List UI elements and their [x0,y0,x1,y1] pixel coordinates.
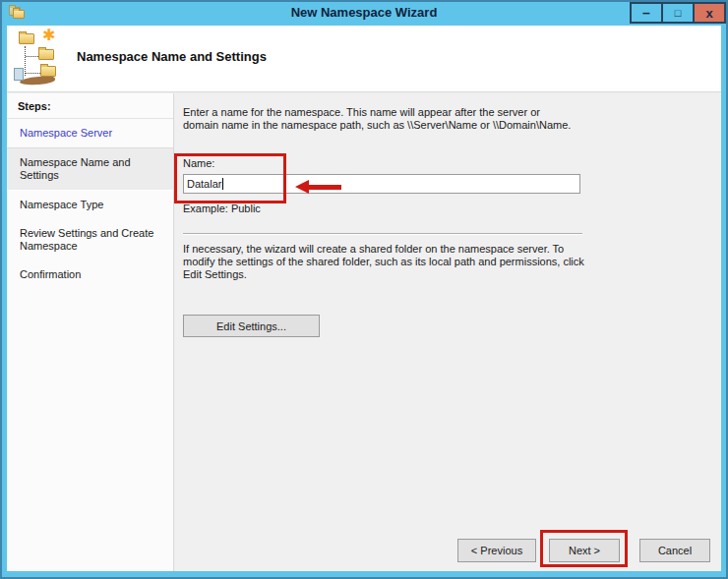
window-controls: – □ x [632,2,726,24]
next-button[interactable]: Next > [549,539,620,562]
new-sparkle-icon: ✱ [42,26,55,44]
steps-heading: Steps: [7,93,173,119]
example-text: Example: Public [183,203,261,214]
edit-settings-label: Edit Settings... [216,320,286,332]
shared-folder-note: If necessary, the wizard will create a s… [183,243,584,281]
next-label: Next > [569,545,600,556]
wizard-main-pane: Enter a name for the namespace. This nam… [175,93,721,571]
namespace-name-value: Datalar [187,178,221,190]
window-title: New Namespace Wizard [2,5,726,20]
edit-settings-button[interactable]: Edit Settings... [183,315,320,337]
wizard-header: ✱ Namespace Name and Settings [7,26,721,92]
page-title: Namespace Name and Settings [77,49,267,64]
new-namespace-wizard-window: New Namespace Wizard – □ x ✱ Namespace [0,0,728,579]
titlebar[interactable]: New Namespace Wizard – □ x [2,2,726,26]
namespace-name-input[interactable]: Datalar [183,174,580,194]
intro-text: Enter a name for the namespace. This nam… [183,106,578,132]
sidebar-item-namespace-server[interactable]: Namespace Server [7,119,173,147]
sidebar-item-confirmation: Confirmation [7,261,173,289]
close-icon: x [705,6,712,21]
namespace-tree-icon: ✱ [12,30,63,86]
cancel-label: Cancel [658,545,692,556]
sidebar-item-namespace-type: Namespace Type [7,191,173,219]
cancel-button[interactable]: Cancel [639,539,710,562]
sidebar-item-namespace-name-and-settings[interactable]: Namespace Name and Settings [7,147,173,191]
text-caret [222,178,223,190]
name-field-label: Name: [183,157,214,169]
wizard-frame: ✱ Namespace Name and Settings Steps: Nam… [7,26,721,571]
close-button[interactable]: x [693,2,726,24]
minimize-button[interactable]: – [630,2,663,24]
previous-button[interactable]: < Previous [457,539,536,562]
section-divider [183,233,582,235]
minimize-icon: – [642,5,650,21]
sidebar-item-review-settings: Review Settings and Create Namespace [7,219,173,261]
maximize-button[interactable]: □ [661,2,695,24]
maximize-icon: □ [675,7,682,19]
steps-sidebar: Steps: Namespace Server Namespace Name a… [7,93,174,571]
previous-label: < Previous [471,545,522,556]
